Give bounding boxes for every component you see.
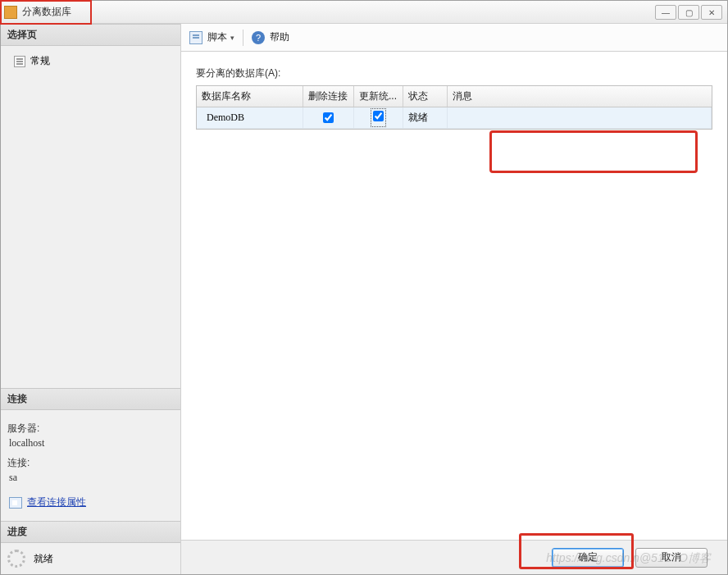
server-label: 服务器: bbox=[7, 422, 174, 436]
cell-db-name: DemoDB bbox=[197, 107, 303, 128]
properties-icon bbox=[9, 497, 22, 509]
minimize-button[interactable]: — bbox=[655, 5, 676, 20]
col-header-update[interactable]: 更新统... bbox=[354, 86, 403, 107]
progress-spinner-icon bbox=[7, 550, 25, 568]
sidebar-item-label: 常规 bbox=[30, 54, 50, 68]
connection-header: 连接 bbox=[1, 388, 180, 410]
connection-section: 服务器: localhost 连接: sa 查看连接属性 bbox=[1, 410, 180, 521]
select-page-header: 选择页 bbox=[1, 24, 180, 46]
server-value: localhost bbox=[9, 437, 174, 450]
grid-header: 数据库名称 删除连接 更新统... 状态 消息 bbox=[197, 86, 712, 107]
close-button[interactable]: ✕ bbox=[701, 5, 722, 20]
dropdown-arrow-icon[interactable]: ▾ bbox=[230, 34, 234, 42]
update-stats-checkbox[interactable] bbox=[373, 111, 384, 121]
view-props-link[interactable]: 查看连接属性 bbox=[27, 495, 86, 509]
cell-drop-connections[interactable] bbox=[303, 107, 354, 128]
col-header-name[interactable]: 数据库名称 bbox=[197, 86, 303, 107]
main-panel: 脚本 ▾ ? 帮助 要分离的数据库(A): 数据库名称 删除连接 更新统... … bbox=[181, 24, 727, 574]
ok-button[interactable]: 确定 bbox=[552, 548, 624, 568]
progress-header: 进度 bbox=[1, 521, 180, 543]
databases-grid: 数据库名称 删除连接 更新统... 状态 消息 DemoDB 就绪 bbox=[196, 85, 712, 130]
cell-update-stats[interactable] bbox=[354, 107, 403, 128]
databases-to-detach-label: 要分离的数据库(A): bbox=[196, 66, 712, 80]
progress-status: 就绪 bbox=[34, 552, 53, 566]
help-icon: ? bbox=[252, 31, 265, 44]
columns-highlight-box bbox=[489, 130, 698, 173]
script-icon bbox=[189, 31, 202, 44]
detach-database-window: 分离数据库 — ▢ ✕ 选择页 常规 连接 服务器: localhost 连接:… bbox=[0, 0, 728, 575]
script-button[interactable]: 脚本 bbox=[207, 30, 227, 44]
toolbar: 脚本 ▾ ? 帮助 bbox=[181, 24, 727, 52]
cell-status: 就绪 bbox=[403, 107, 448, 128]
window-title: 分离数据库 bbox=[22, 5, 71, 19]
help-button[interactable]: 帮助 bbox=[270, 30, 289, 44]
titlebar[interactable]: 分离数据库 — ▢ ✕ bbox=[1, 1, 727, 24]
sidebar-item-general[interactable]: 常规 bbox=[7, 51, 174, 71]
cell-message bbox=[448, 107, 712, 128]
cancel-button[interactable]: 取消 bbox=[635, 548, 708, 568]
maximize-button[interactable]: ▢ bbox=[678, 5, 699, 20]
conn-label: 连接: bbox=[7, 456, 174, 470]
dialog-footer: 确定 取消 https://blog.csdn.n@51CTO博客 bbox=[181, 540, 727, 574]
col-header-message[interactable]: 消息 bbox=[448, 86, 712, 107]
progress-section: 就绪 bbox=[1, 543, 180, 574]
page-icon bbox=[14, 56, 25, 67]
col-header-status[interactable]: 状态 bbox=[403, 86, 448, 107]
conn-value: sa bbox=[9, 472, 174, 484]
col-header-drop[interactable]: 删除连接 bbox=[303, 86, 354, 107]
view-connection-props[interactable]: 查看连接属性 bbox=[7, 495, 174, 509]
app-icon bbox=[4, 6, 17, 19]
drop-connections-checkbox[interactable] bbox=[323, 112, 334, 123]
toolbar-separator bbox=[243, 30, 243, 46]
table-row[interactable]: DemoDB 就绪 bbox=[197, 107, 712, 129]
sidebar: 选择页 常规 连接 服务器: localhost 连接: sa 查看连接属性 进… bbox=[1, 24, 181, 574]
